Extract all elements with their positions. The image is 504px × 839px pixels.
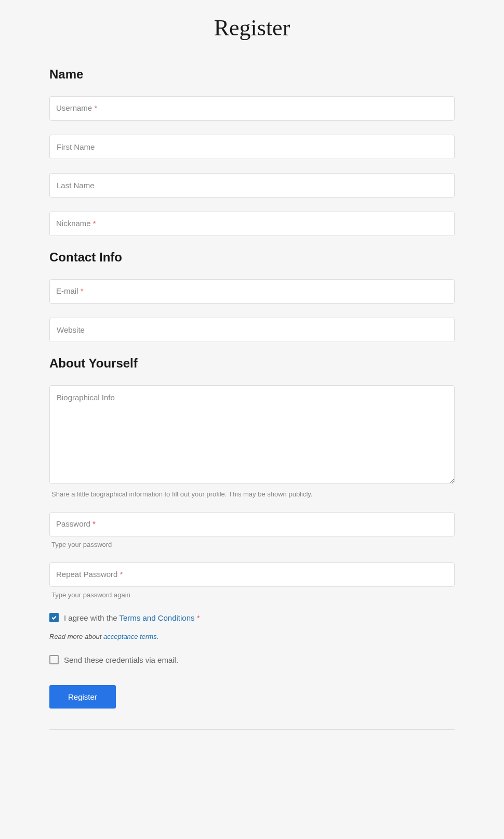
section-heading-contact: Contact Info bbox=[49, 250, 455, 265]
send-email-checkbox[interactable] bbox=[49, 655, 59, 664]
email-input[interactable] bbox=[49, 279, 455, 304]
first-name-input[interactable] bbox=[49, 135, 455, 159]
terms-label: I agree with the Terms and Conditions * bbox=[64, 613, 200, 622]
check-icon bbox=[51, 614, 57, 621]
bio-help-text: Share a little biographical information … bbox=[49, 490, 455, 498]
bio-textarea[interactable] bbox=[49, 385, 455, 484]
section-heading-name: Name bbox=[49, 67, 455, 82]
repeat-password-input[interactable] bbox=[49, 562, 455, 587]
acceptance-terms-link[interactable]: acceptance terms bbox=[103, 633, 157, 640]
nickname-input[interactable] bbox=[49, 212, 455, 236]
divider bbox=[49, 729, 455, 730]
terms-link[interactable]: Terms and Conditions bbox=[119, 613, 194, 622]
terms-note: Read more about acceptance terms. bbox=[49, 633, 455, 640]
page-title: Register bbox=[49, 15, 455, 41]
password-help-text: Type your password bbox=[49, 541, 455, 548]
username-input[interactable] bbox=[49, 96, 455, 121]
website-input[interactable] bbox=[49, 318, 455, 342]
password-input[interactable] bbox=[49, 512, 455, 536]
repeat-password-help-text: Type your password again bbox=[49, 591, 455, 599]
section-heading-about: About Yourself bbox=[49, 356, 455, 371]
terms-checkbox[interactable] bbox=[49, 613, 59, 622]
send-email-label: Send these credentials via email. bbox=[64, 656, 178, 664]
register-button[interactable]: Register bbox=[49, 685, 116, 709]
last-name-input[interactable] bbox=[49, 173, 455, 198]
